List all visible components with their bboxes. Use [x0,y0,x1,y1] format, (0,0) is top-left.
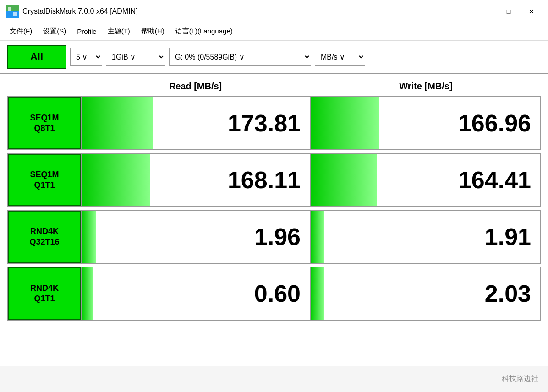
read-cell-seq1m-q8t1: 173.81 [81,97,311,149]
write-value-rnd4k-q1t1: 2.03 [485,280,531,307]
all-button[interactable]: All [7,45,66,69]
size-select[interactable]: 1GiB ∨ [106,48,165,66]
window-controls: — □ ✕ [475,4,542,19]
write-cell-rnd4k-q1t1: 2.03 [311,267,540,320]
window-title: CrystalDiskMark 7.0.0 x64 [ADMIN] [22,7,475,16]
write-bar [311,267,324,320]
read-value-seq1m-q1t1: 168.11 [228,166,301,194]
drive-select[interactable]: G: 0% (0/5589GiB) ∨ [169,48,311,66]
menu-file[interactable]: 文件(F) [4,25,38,38]
write-bar [311,211,324,263]
write-cell-seq1m-q8t1: 166.96 [311,97,540,149]
menu-theme[interactable]: 主题(T) [102,25,136,38]
restore-button[interactable]: □ [498,4,519,19]
table-row: RND4KQ32T16 1.96 1.91 [7,210,541,264]
write-value-rnd4k-q32t16: 1.91 [485,223,531,250]
watermark: 科技路边社 [502,374,538,384]
read-bar [82,97,153,149]
app-icon [6,5,19,18]
menu-bar: 文件(F) 设置(S) Profile 主题(T) 帮助(H) 语言(L)(La… [0,22,548,41]
row-label-rnd4k-q1t1: RND4KQ1T1 [8,267,81,320]
table-row: RND4KQ1T1 0.60 2.03 [7,267,541,321]
count-select[interactable]: 5 ∨ [70,48,102,66]
read-cell-rnd4k-q32t16: 1.96 [81,211,311,263]
write-value-seq1m-q1t1: 164.41 [458,166,531,194]
main-content: Read [MB/s] Write [MB/s] SEQ1MQ8T1 173.8… [0,74,548,366]
header-row: Read [MB/s] Write [MB/s] [7,78,541,94]
row-label-rnd4k-q32t16: RND4KQ32T16 [8,211,81,263]
write-value-seq1m-q8t1: 166.96 [458,109,531,137]
write-header: Write [MB/s] [311,78,541,94]
svg-rect-2 [8,7,11,11]
read-bar [82,267,93,320]
menu-language[interactable]: 语言(L)(Language) [170,25,238,38]
row-label-seq1m-q8t1: SEQ1MQ8T1 [8,97,81,149]
read-cell-seq1m-q1t1: 168.11 [81,154,311,206]
read-value-rnd4k-q32t16: 1.96 [254,223,301,250]
write-bar [311,154,377,206]
title-bar: CrystalDiskMark 7.0.0 x64 [ADMIN] — □ ✕ [0,0,548,22]
read-value-seq1m-q8t1: 173.81 [228,109,301,137]
write-cell-rnd4k-q32t16: 1.91 [311,211,540,263]
read-value-rnd4k-q1t1: 0.60 [254,280,301,307]
svg-rect-3 [13,12,17,16]
minimize-button[interactable]: — [475,4,496,19]
close-button[interactable]: ✕ [521,4,542,19]
unit-select[interactable]: MB/s ∨ [315,48,365,66]
toolbar: All 5 ∨ 1GiB ∨ G: 0% (0/5589GiB) ∨ MB/s … [0,41,548,74]
menu-profile[interactable]: Profile [71,26,102,37]
menu-help[interactable]: 帮助(H) [136,25,170,38]
row-label-seq1m-q1t1: SEQ1MQ1T1 [8,154,81,206]
write-cell-seq1m-q1t1: 164.41 [311,154,540,206]
menu-settings[interactable]: 设置(S) [38,25,71,38]
read-bar [82,211,96,263]
table-row: SEQ1MQ8T1 173.81 166.96 [7,96,541,150]
read-header: Read [MB/s] [80,78,311,94]
read-bar [82,154,150,206]
read-cell-rnd4k-q1t1: 0.60 [81,267,311,320]
table-row: SEQ1MQ1T1 168.11 164.41 [7,153,541,207]
app-window: CrystalDiskMark 7.0.0 x64 [ADMIN] — □ ✕ … [0,0,548,392]
write-bar [311,97,379,149]
footer: 科技路边社 [0,366,548,392]
